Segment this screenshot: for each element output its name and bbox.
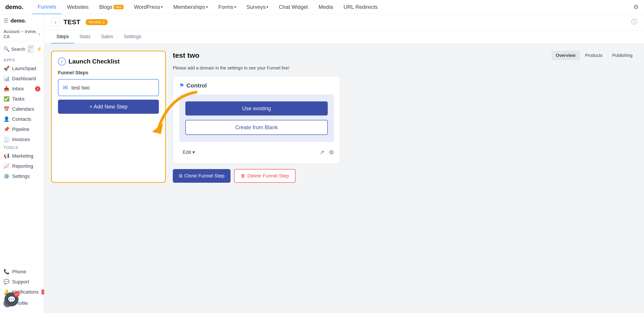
sidebar-item-launchpad[interactable]: 🚀 Launchpad (0, 64, 44, 74)
phone-label: Phone (12, 269, 26, 275)
nav-item-funnels[interactable]: Funnels (32, 0, 62, 14)
funnel-header: ‹ TEST Version 2 (44, 14, 644, 30)
sidebar-header: ☰ demo. (0, 18, 44, 27)
sidebar: ☰ demo. Account -- Irvine, CA ▾ 🔍 Search… (0, 14, 44, 313)
clone-funnel-step-button[interactable]: ⧉ Clone Funnel Step (173, 169, 230, 183)
clone-icon: ⧉ (179, 173, 182, 179)
pipeline-label: Pipeline (12, 126, 29, 132)
apps-section-label: Apps (0, 57, 44, 64)
nav-item-blogs[interactable]: Blogs New (94, 0, 129, 14)
contacts-label: Contacts (12, 116, 31, 122)
chat-bubble[interactable]: 💬 13 (4, 292, 18, 306)
tools-section-label: Tools (0, 144, 44, 151)
tab-steps[interactable]: Steps (51, 30, 74, 44)
blogs-badge: New (114, 5, 124, 9)
nav-item-chat-widget[interactable]: Chat Widget (274, 0, 313, 14)
domain-warning: Please add a domain in the settings to s… (173, 66, 637, 70)
overview-tabs: Overview Products Publishing (552, 51, 637, 60)
settings-icon: ⚙️ (4, 174, 10, 179)
sidebar-item-inbox[interactable]: 📥 Inbox 1 (0, 84, 44, 94)
checklist-title: Launch Checklist (68, 58, 120, 65)
sidebar-item-marketing[interactable]: 📢 Marketing (0, 151, 44, 161)
chat-icon[interactable]: 💬 13 (4, 292, 18, 306)
step-header-bar: test two Overview Products Publishing (173, 51, 637, 60)
account-selector[interactable]: Account -- Irvine, CA ▾ (0, 27, 44, 41)
control-card: ⚑ Control Use existing Create from Blank… (173, 76, 340, 164)
nav-item-memberships[interactable]: Memberships ▾ (168, 0, 213, 14)
delete-funnel-step-button[interactable]: 🗑 Delete Funnel Step (234, 169, 295, 183)
add-new-step-button[interactable]: + Add New Step (58, 100, 159, 114)
control-header: ⚑ Control (179, 82, 334, 89)
step-main-title: test two (173, 51, 200, 60)
clone-label: Clone Funnel Step (184, 173, 224, 179)
invoices-label: Invoices (12, 137, 30, 142)
tasks-icon: ✅ (4, 96, 10, 102)
top-navigation: demo. Funnels Websites Blogs New WordPre… (0, 0, 644, 14)
sidebar-item-support[interactable]: 💬 Support (0, 277, 44, 287)
support-icon: 💬 (4, 279, 10, 285)
marketing-icon: 📢 (4, 153, 10, 159)
nav-item-surveys[interactable]: Surveys ▾ (241, 0, 274, 14)
launch-checklist-panel: ✓ Launch Checklist Funnel Steps ✉ test t… (51, 51, 166, 183)
inbox-icon: 📥 (4, 86, 10, 92)
edit-button[interactable]: Edit ▾ (179, 147, 198, 158)
nav-item-forms[interactable]: Forms ▾ (213, 0, 241, 14)
hamburger-icon[interactable]: ☰ (4, 18, 8, 24)
pipeline-icon: 📌 (4, 126, 10, 132)
create-blank-label: Create from Blank (235, 124, 278, 130)
checklist-check-icon: ✓ (58, 58, 66, 66)
reporting-icon: 📈 (4, 163, 10, 169)
sidebar-item-tasks[interactable]: ✅ Tasks (0, 94, 44, 104)
sidebar-item-contacts[interactable]: 👤 Contacts (0, 114, 44, 124)
nav-item-websites[interactable]: Websites (62, 0, 94, 14)
nav-item-url-redirects[interactable]: URL Redirects (338, 0, 383, 14)
logo: demo. (5, 4, 23, 10)
edit-label: Edit (183, 150, 191, 155)
sidebar-item-invoices[interactable]: 🧾 Invoices (0, 134, 44, 144)
info-icon[interactable]: ⓘ (631, 18, 638, 26)
step-item[interactable]: ✉ test two (58, 79, 159, 96)
checklist-header: ✓ Launch Checklist (58, 58, 159, 66)
create-from-blank-button[interactable]: Create from Blank (185, 120, 328, 135)
tab-sales[interactable]: Sales (96, 30, 118, 44)
marketing-label: Marketing (12, 153, 34, 159)
sidebar-item-phone[interactable]: 📞 Phone (0, 267, 44, 277)
external-link-icon[interactable]: ↗ (320, 149, 324, 156)
use-existing-label: Use existing (242, 105, 271, 111)
sidebar-item-settings[interactable]: ⚙️ Settings (0, 171, 44, 182)
search-bar[interactable]: 🔍 Search ctrl K ⚡ (0, 43, 44, 55)
nav-menu: Funnels Websites Blogs New WordPress ▾ M… (32, 0, 383, 14)
tab-products[interactable]: Products (581, 51, 607, 60)
settings-gear-icon[interactable]: ⚙ (633, 3, 639, 10)
control-actions: Edit ▾ ↗ ⚙ (179, 147, 334, 158)
launchpad-label: Launchpad (12, 66, 36, 72)
back-button[interactable]: ‹ (51, 18, 60, 26)
step-name: test two (72, 85, 90, 91)
tab-settings[interactable]: Settings (118, 30, 146, 44)
dashboard-icon: 📊 (4, 76, 10, 82)
tab-stats[interactable]: Stats (74, 30, 96, 44)
sidebar-item-pipeline[interactable]: 📌 Pipeline (0, 124, 44, 134)
trash-icon: 🗑 (241, 173, 246, 179)
chat-badge: 13 (14, 291, 20, 297)
tab-publishing[interactable]: Publishing (608, 51, 637, 60)
search-label: Search (11, 47, 25, 52)
funnel-tabs: Steps Stats Sales Settings (44, 30, 644, 44)
tasks-label: Tasks (12, 96, 24, 102)
sidebar-item-dashboard[interactable]: 📊 Dashboard (0, 74, 44, 84)
nav-item-media[interactable]: Media (313, 0, 338, 14)
add-step-label: + Add New Step (90, 104, 128, 110)
reporting-label: Reporting (12, 163, 33, 169)
clone-delete-row: ⧉ Clone Funnel Step 🗑 Delete Funnel Step (173, 169, 637, 183)
use-existing-button[interactable]: Use existing (185, 102, 328, 116)
sidebar-item-calendars[interactable]: 📅 Calendars (0, 104, 44, 114)
version-badge: Version 2 (86, 19, 108, 25)
email-icon: ✉ (63, 84, 68, 91)
sidebar-item-reporting[interactable]: 📈 Reporting (0, 161, 44, 171)
gear-settings-icon[interactable]: ⚙ (329, 149, 334, 156)
main-content: ‹ TEST Version 2 Steps Stats Sales Setti… (44, 14, 644, 313)
tab-overview[interactable]: Overview (552, 51, 580, 60)
invoices-icon: 🧾 (4, 137, 10, 142)
nav-item-wordpress[interactable]: WordPress ▾ (129, 0, 168, 14)
funnel-title: TEST (64, 18, 80, 26)
